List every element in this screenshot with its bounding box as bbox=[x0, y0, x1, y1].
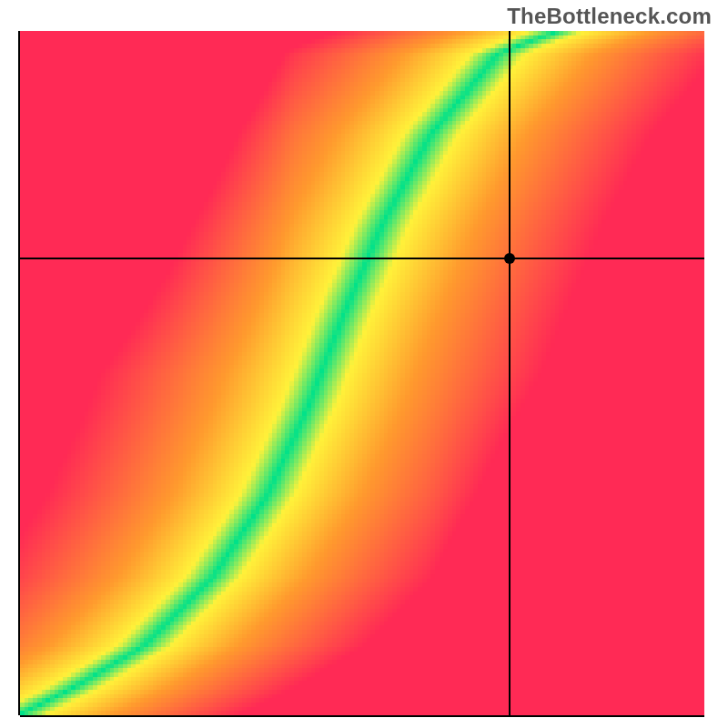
heatmap-plot bbox=[20, 31, 704, 715]
heatmap-canvas bbox=[20, 31, 704, 715]
y-axis-line bbox=[18, 31, 20, 715]
attribution-text: TheBottleneck.com bbox=[507, 4, 712, 29]
x-axis-line bbox=[20, 715, 704, 717]
